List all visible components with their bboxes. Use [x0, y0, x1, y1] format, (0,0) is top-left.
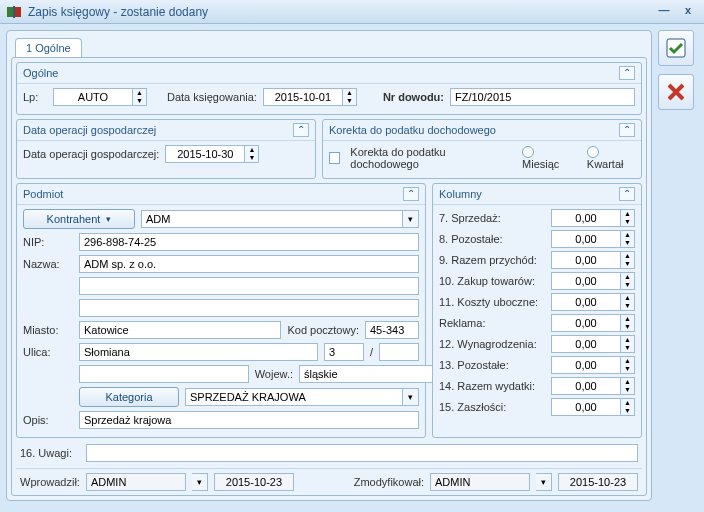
spin-up-icon[interactable]: ▲ [133, 89, 146, 97]
spin-down-icon[interactable]: ▼ [621, 407, 634, 415]
city-label: Miasto: [23, 324, 73, 336]
tax-radio-month[interactable] [522, 146, 534, 158]
collapse-icon[interactable]: ⌃ [403, 187, 419, 201]
docno-field[interactable] [450, 88, 635, 106]
name-field[interactable] [79, 255, 419, 273]
column-value-input[interactable]: ▲▼ [551, 293, 635, 311]
name-field-2[interactable] [79, 277, 419, 295]
category-field[interactable] [185, 388, 403, 406]
tax-radio-quarter[interactable] [587, 146, 599, 158]
spin-up-icon[interactable]: ▲ [621, 336, 634, 344]
dropdown-icon[interactable]: ▾ [192, 473, 208, 491]
contractor-field[interactable] [141, 210, 403, 228]
addr-extra-field[interactable] [79, 365, 249, 383]
created-label: Wprowadził: [20, 476, 80, 488]
spin-up-icon[interactable]: ▲ [621, 399, 634, 407]
column-value-input[interactable]: ▲▼ [551, 314, 635, 332]
voiv-field[interactable] [299, 365, 447, 383]
column-value-input[interactable]: ▲▼ [551, 398, 635, 416]
collapse-icon[interactable]: ⌃ [619, 66, 635, 80]
apt-field[interactable] [379, 343, 419, 361]
column-label: 8. Pozostałe: [439, 233, 547, 245]
minimize-button[interactable]: — [654, 4, 674, 20]
column-value-field[interactable] [551, 230, 621, 248]
city-field[interactable] [79, 321, 281, 339]
collapse-icon[interactable]: ⌃ [293, 123, 309, 137]
lp-input[interactable]: ▲▼ [53, 88, 147, 106]
collapse-icon[interactable]: ⌃ [619, 123, 635, 137]
column-value-field[interactable] [551, 377, 621, 395]
cancel-button[interactable] [658, 74, 694, 110]
column-label: 15. Zaszłości: [439, 401, 547, 413]
column-value-field[interactable] [551, 293, 621, 311]
contractor-button[interactable]: Kontrahent [23, 209, 135, 229]
spin-down-icon[interactable]: ▼ [621, 281, 634, 289]
spin-down-icon[interactable]: ▼ [621, 218, 634, 226]
remarks-label: 16. Uwagi: [20, 447, 80, 459]
opdate-field[interactable] [165, 145, 245, 163]
close-button[interactable]: x [678, 4, 698, 20]
spin-down-icon[interactable]: ▼ [245, 154, 258, 162]
spin-down-icon[interactable]: ▼ [621, 344, 634, 352]
column-value-field[interactable] [551, 356, 621, 374]
tab-general[interactable]: 1 Ogólne [15, 38, 82, 57]
spin-up-icon[interactable]: ▲ [621, 210, 634, 218]
group-subject-title: Podmiot [23, 188, 403, 200]
spin-down-icon[interactable]: ▼ [133, 97, 146, 105]
tax-checkbox[interactable] [329, 152, 340, 164]
street-field[interactable] [79, 343, 318, 361]
opdate-input[interactable]: ▲▼ [165, 145, 259, 163]
spin-up-icon[interactable]: ▲ [343, 89, 356, 97]
column-value-field[interactable] [551, 398, 621, 416]
dropdown-icon[interactable]: ▾ [403, 388, 419, 406]
column-value-input[interactable]: ▲▼ [551, 209, 635, 227]
spin-up-icon[interactable]: ▲ [245, 146, 258, 154]
column-value-field[interactable] [551, 314, 621, 332]
column-value-input[interactable]: ▲▼ [551, 230, 635, 248]
spin-up-icon[interactable]: ▲ [621, 252, 634, 260]
nip-field[interactable] [79, 233, 419, 251]
zip-field[interactable] [365, 321, 419, 339]
spin-up-icon[interactable]: ▲ [621, 378, 634, 386]
nip-label: NIP: [23, 236, 73, 248]
column-value-input[interactable]: ▲▼ [551, 356, 635, 374]
dropdown-icon[interactable]: ▾ [403, 210, 419, 228]
house-field[interactable] [324, 343, 364, 361]
svg-rect-0 [7, 7, 13, 17]
category-button[interactable]: Kategoria [79, 387, 179, 407]
tax-opt1: Miesiąc [522, 158, 559, 170]
spin-up-icon[interactable]: ▲ [621, 273, 634, 281]
bookdate-input[interactable]: ▲▼ [263, 88, 357, 106]
spin-down-icon[interactable]: ▼ [621, 302, 634, 310]
save-button[interactable] [658, 30, 694, 66]
spin-down-icon[interactable]: ▼ [343, 97, 356, 105]
slash-label: / [370, 346, 373, 358]
column-value-field[interactable] [551, 251, 621, 269]
column-value-input[interactable]: ▲▼ [551, 251, 635, 269]
group-general: Ogólne ⌃ Lp: ▲▼ Data księgowania: ▲▼ [16, 62, 642, 115]
bookdate-field[interactable] [263, 88, 343, 106]
column-value-field[interactable] [551, 335, 621, 353]
column-value-input[interactable]: ▲▼ [551, 335, 635, 353]
lp-field[interactable] [53, 88, 133, 106]
remarks-field[interactable] [86, 444, 638, 462]
spin-down-icon[interactable]: ▼ [621, 260, 634, 268]
collapse-icon[interactable]: ⌃ [619, 187, 635, 201]
group-columns: Kolumny ⌃ 7. Sprzedaż:▲▼8. Pozostałe:▲▼9… [432, 183, 642, 438]
spin-down-icon[interactable]: ▼ [621, 386, 634, 394]
spin-up-icon[interactable]: ▲ [621, 357, 634, 365]
name-field-3[interactable] [79, 299, 419, 317]
spin-down-icon[interactable]: ▼ [621, 323, 634, 331]
spin-down-icon[interactable]: ▼ [621, 239, 634, 247]
spin-up-icon[interactable]: ▲ [621, 294, 634, 302]
column-value-field[interactable] [551, 209, 621, 227]
spin-up-icon[interactable]: ▲ [621, 231, 634, 239]
column-value-input[interactable]: ▲▼ [551, 377, 635, 395]
spin-up-icon[interactable]: ▲ [621, 315, 634, 323]
spin-down-icon[interactable]: ▼ [621, 365, 634, 373]
column-value-input[interactable]: ▲▼ [551, 272, 635, 290]
desc-field[interactable] [79, 411, 419, 429]
svg-rect-1 [15, 7, 21, 17]
dropdown-icon[interactable]: ▾ [536, 473, 552, 491]
column-value-field[interactable] [551, 272, 621, 290]
